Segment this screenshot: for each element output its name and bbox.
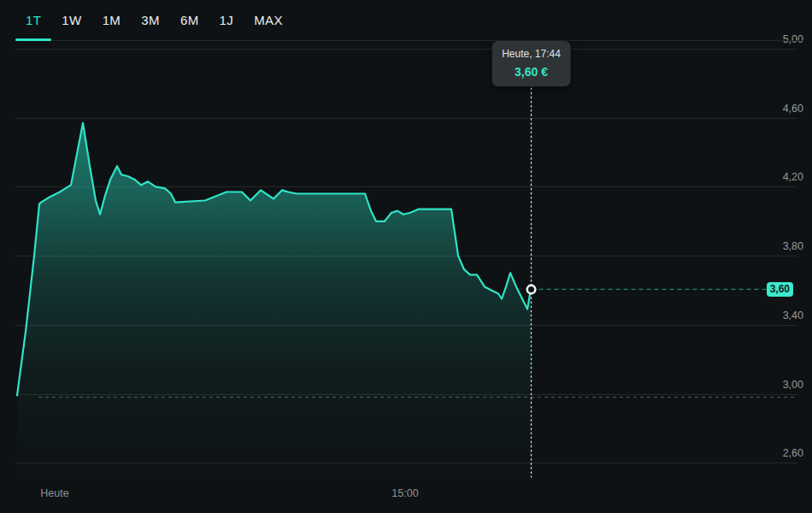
chart-panel: 1T 1W 1M 3M 6M 1J MAX 5,004,604,203,803,… xyxy=(0,0,812,513)
y-axis-label: 4,20 xyxy=(783,170,803,184)
active-tab-underline xyxy=(15,38,51,41)
tab-max[interactable]: MAX xyxy=(244,10,293,31)
y-axis-label: 3,40 xyxy=(783,309,803,322)
time-range-tabs: 1T 1W 1M 3M 6M 1J MAX xyxy=(15,10,293,31)
y-axis-label: 4,60 xyxy=(783,102,803,115)
tab-1t[interactable]: 1T xyxy=(15,10,51,31)
y-axis-label: 5,00 xyxy=(783,32,803,46)
tab-3m[interactable]: 3M xyxy=(131,10,170,31)
cursor-point xyxy=(527,286,536,294)
x-axis-label: 15:00 xyxy=(391,487,418,499)
x-axis-label: Heute xyxy=(40,487,68,499)
y-axis-label: 3,80 xyxy=(783,239,803,253)
y-axis-label: 3,00 xyxy=(783,378,803,392)
current-price-badge: 3,60 xyxy=(767,282,793,297)
tab-1m[interactable]: 1M xyxy=(92,10,132,31)
price-area xyxy=(17,123,531,477)
tab-1j[interactable]: 1J xyxy=(209,10,244,31)
tab-6m[interactable]: 6M xyxy=(170,10,209,31)
tabbar-divider xyxy=(15,40,803,41)
tooltip-price: 3,60 € xyxy=(502,65,561,79)
y-axis-label: 2,60 xyxy=(783,446,803,460)
tooltip-time: Heute, 17:44 xyxy=(502,48,561,60)
tab-1w[interactable]: 1W xyxy=(51,10,91,31)
crosshair-tooltip: Heute, 17:44 3,60 € xyxy=(491,41,571,86)
price-chart[interactable] xyxy=(0,0,812,513)
